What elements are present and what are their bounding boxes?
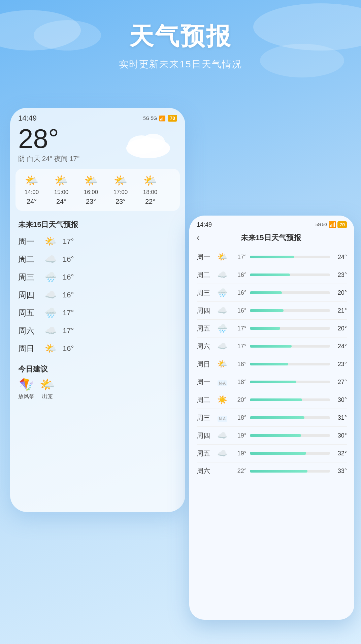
right-phone: 14:49 5G 5G 📶 70 ‹ 未来15日天气预报 周一 🌤️ 17° 2…	[189, 216, 354, 620]
rp-day-icon: 🌤️	[217, 359, 227, 368]
rp-day-name: 周二	[197, 270, 213, 280]
hourly-icon: 🌤️	[143, 174, 157, 187]
right-wifi: 📶	[329, 221, 336, 228]
right-battery: 70	[337, 221, 347, 228]
rp-day-low: 16°	[232, 271, 247, 279]
rp-temp-bar-fill	[250, 273, 290, 276]
day-icon: ☁️	[44, 289, 57, 300]
rp-day-icon-wrap: ☁️	[216, 449, 228, 458]
hourly-temp: 22°	[145, 198, 155, 205]
advice-icon: 🪁	[19, 378, 34, 392]
rp-day-name: 周一	[197, 253, 213, 262]
left-advice-title: 今日建议	[10, 357, 185, 378]
rp-day-high: 24°	[333, 343, 347, 350]
rp-temp-bar-fill	[250, 256, 294, 258]
rp-day-name: 周日	[197, 360, 213, 369]
rp-temp-bar-fill	[250, 345, 292, 348]
hourly-temp: 24°	[56, 198, 66, 205]
network-5g: 5G 5G	[143, 116, 157, 121]
day-low: 17°	[63, 237, 74, 246]
hourly-time: 15:00	[54, 189, 69, 196]
left-day-row: 周五 🌧️ 17°	[10, 304, 185, 322]
day-icon: 🌤️	[44, 343, 57, 354]
day-low: 16°	[63, 273, 74, 282]
day-icon: 🌧️	[44, 271, 57, 283]
rp-day-high: 21°	[333, 307, 347, 314]
day-low: 17°	[63, 309, 74, 317]
rp-day-name: 周三	[197, 413, 213, 422]
rp-temp-bar-fill	[250, 434, 301, 437]
rp-day-icon: 🌤️	[217, 252, 227, 261]
left-day-row: 周二 ☁️ 16°	[10, 250, 185, 268]
rp-day-icon-wrap: ☁️	[216, 431, 228, 440]
hourly-time: 17:00	[113, 189, 128, 196]
right-network: 5G 5G	[316, 222, 327, 227]
rp-day-name: 周一	[197, 378, 213, 387]
app-subtitle: 实时更新未来15日天气情况	[0, 58, 361, 71]
rp-day-low: 16°	[232, 361, 247, 368]
day-name: 周四	[18, 290, 38, 300]
rp-temp-bar-fill	[250, 327, 280, 330]
rp-day-high: 33°	[333, 468, 347, 475]
hourly-icon: 🌤️	[114, 174, 127, 187]
right-header: ‹ 未来15日天气预报	[189, 228, 354, 248]
rp-day-name: 周四	[197, 306, 213, 315]
rp-day-low: 19°	[232, 450, 247, 457]
hourly-item: 🌤️ 16:00 23°	[77, 174, 104, 205]
rp-day-high: 31°	[333, 414, 347, 421]
cloud-weather-icon	[121, 126, 175, 160]
day-name: 周六	[18, 325, 38, 336]
rp-day-high: 30°	[333, 396, 347, 404]
right-status-icons: 5G 5G 📶 70	[316, 221, 347, 228]
hourly-time: 18:00	[143, 189, 158, 196]
rp-day-icon-wrap: 🌤️	[216, 252, 228, 262]
hourly-item: 🌤️ 15:00 24°	[48, 174, 75, 205]
rp-day-icon-wrap: ☀️	[216, 395, 228, 405]
right-day-row: 周五 ☁️ 19° 32°	[189, 445, 354, 462]
rp-temp-bar-fill	[250, 309, 284, 312]
rp-temp-bar	[250, 363, 330, 365]
advice-item: 🪁 放风筝	[18, 378, 34, 400]
rp-day-low: 17°	[232, 343, 247, 350]
rp-temp-bar-fill	[250, 470, 307, 473]
left-status-bar: 14:49 5G 5G 📶 70	[10, 108, 185, 123]
right-day-row: 周一 N·A 18° 27°	[189, 373, 354, 391]
left-phone: 14:49 5G 5G 📶 70 28° 阴 白天 24° 夜间 17° 🌤️ …	[10, 108, 185, 512]
rp-day-icon-wrap: ☁️	[216, 270, 228, 280]
hourly-temp: 23°	[116, 198, 126, 205]
advice-item: 🌤️ 出笼	[40, 378, 55, 400]
hourly-time: 16:00	[84, 189, 98, 196]
day-icon: 🌤️	[44, 236, 57, 247]
rp-day-high: 23°	[333, 271, 347, 279]
left-days-list: 周一 🌤️ 17° 周二 ☁️ 16° 周三 🌧️ 16° 周四 ☁️ 16° …	[10, 232, 185, 357]
day-name: 周二	[18, 254, 38, 265]
hourly-icon: 🌤️	[55, 174, 68, 187]
day-low: 17°	[63, 326, 74, 335]
rp-day-low: 20°	[232, 396, 247, 404]
rp-day-low: 16°	[232, 307, 247, 314]
right-day-row: 周五 🌧️ 17° 20°	[189, 320, 354, 337]
hourly-temp: 24°	[27, 198, 37, 205]
right-status-bar: 14:49 5G 5G 📶 70	[189, 216, 354, 228]
wifi-icon: 📶	[159, 115, 166, 122]
app-title: 天气预报	[0, 20, 361, 53]
rp-day-icon-wrap: ☁️	[216, 342, 228, 351]
day-low: 16°	[63, 255, 74, 264]
rp-day-high: 20°	[333, 289, 347, 296]
back-button[interactable]: ‹	[197, 232, 200, 243]
day-name: 周三	[18, 272, 38, 283]
rp-day-low: 16°	[232, 289, 247, 296]
rp-temp-bar	[250, 291, 330, 294]
right-day-row: 周六 ☁️ 17° 24°	[189, 337, 354, 355]
rp-temp-bar	[250, 309, 330, 312]
right-day-row: 周三 🌧️ 16° 20°	[189, 284, 354, 301]
svg-point-2	[141, 134, 165, 151]
rp-day-icon: ☁️	[217, 342, 227, 351]
day-name: 周日	[18, 343, 38, 354]
rp-temp-bar	[250, 273, 330, 276]
hourly-icon: 🌤️	[84, 174, 98, 187]
rp-day-icon-wrap: 🌧️	[216, 324, 228, 333]
rp-day-name: 周三	[197, 288, 213, 297]
hourly-time: 14:00	[25, 189, 39, 196]
rp-day-high: 23°	[333, 361, 347, 368]
